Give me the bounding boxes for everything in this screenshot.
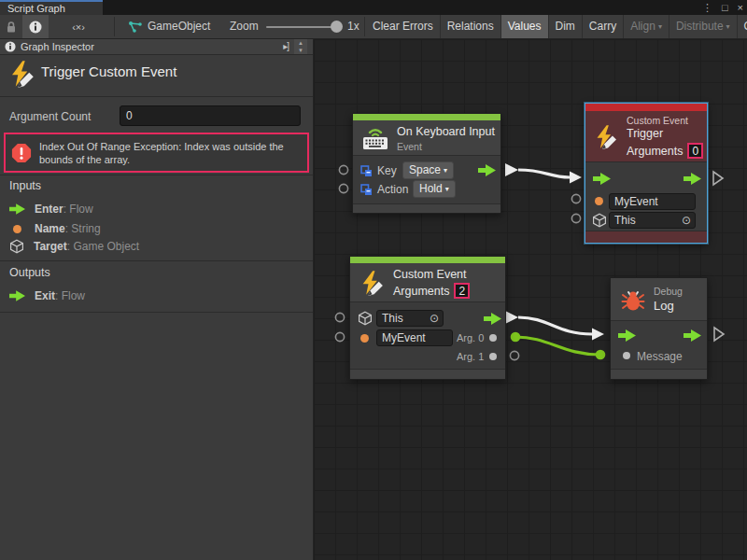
gameobject-port-icon[interactable] — [358, 311, 373, 326]
tab-script-graph[interactable]: Script Graph — [0, 0, 103, 15]
unity-script-graph-window: Script Graph ⋮ □ × ‹×› GameObject Zoom 1… — [0, 0, 747, 560]
zoom-label: Zoom — [230, 20, 259, 33]
custom-event-icon — [7, 60, 35, 88]
node-debug-log[interactable]: Debug Log Message — [610, 277, 708, 380]
align-button[interactable]: Align▾ — [624, 15, 669, 38]
port-circle[interactable] — [335, 332, 344, 341]
relations-button[interactable]: Relations — [441, 15, 501, 38]
distribute-button[interactable]: Distribute▾ — [669, 15, 738, 38]
flow-output-port[interactable] — [684, 329, 701, 342]
zoom-slider-track[interactable] — [266, 26, 339, 28]
port-type: Flow — [69, 203, 92, 216]
node-subtitle: Event — [397, 141, 422, 152]
info-icon — [4, 39, 17, 54]
port-circle[interactable] — [339, 165, 347, 174]
values-button[interactable]: Values — [501, 15, 549, 38]
arguments-count-badge[interactable]: 0 — [687, 143, 703, 159]
zoom-value: 1x — [347, 20, 359, 33]
flow-output-port[interactable] — [484, 313, 501, 325]
node-trigger-custom-event[interactable]: Custom Event Trigger Arguments 0 MyEvent… — [585, 103, 708, 244]
node-title: Custom Event — [393, 268, 467, 281]
arg0-output-port[interactable] — [489, 334, 497, 342]
info-icon — [29, 21, 42, 34]
spinner-down-icon: ▼ — [294, 47, 307, 54]
flow-input-port[interactable] — [618, 329, 636, 342]
node-custom-event[interactable]: Custom Event Arguments 2 This ⊙ MyEvent … — [349, 256, 506, 380]
error-message-text: Index Out Of Range Exception: Index was … — [39, 140, 307, 166]
overview-button[interactable]: Overview — [738, 15, 747, 38]
flow-output-port[interactable] — [684, 173, 701, 185]
lock-button[interactable] — [0, 15, 22, 38]
dock-panel-icon[interactable]: ▸] — [283, 39, 289, 54]
zoom-slider-handle[interactable] — [331, 21, 343, 33]
target-field[interactable]: This ⊙ — [376, 310, 444, 327]
clear-errors-button[interactable]: Clear Errors — [366, 15, 441, 38]
port-circle[interactable] — [571, 214, 580, 222]
node-accent-bar — [353, 114, 500, 120]
unit-title: Trigger Custom Event — [41, 63, 176, 79]
wire-customevent-to-debug[interactable] — [518, 317, 592, 334]
string-port-icon — [13, 225, 21, 233]
port-name: Target — [34, 240, 67, 253]
carry-button[interactable]: Carry — [583, 15, 624, 38]
wire-start-arrow — [505, 163, 518, 176]
spinner-up-icon: ▲ — [294, 39, 307, 47]
action-dropdown[interactable]: Hold▾ — [413, 180, 456, 198]
tab-bar: Script Graph ⋮ □ × — [0, 0, 747, 15]
custom-event-icon — [359, 270, 385, 296]
string-port-icon[interactable] — [595, 197, 603, 205]
key-dropdown[interactable]: Space▾ — [402, 161, 454, 179]
flow-continuation-arrows — [713, 172, 724, 341]
inspector-toggle-button[interactable] — [22, 15, 49, 38]
maximize-icon[interactable]: □ — [722, 0, 728, 15]
node-header[interactable]: On Keyboard Input Event — [353, 120, 500, 156]
gameobject-port-icon[interactable] — [592, 213, 607, 228]
arguments-label: Arguments — [627, 145, 683, 158]
node-header[interactable]: Custom Event Trigger Arguments 0 — [585, 111, 707, 162]
code-view-button[interactable]: ‹×› — [62, 15, 95, 38]
action-value: Hold — [419, 182, 443, 195]
port-name: Enter — [35, 203, 63, 216]
wire-arg0-to-message[interactable] — [515, 337, 600, 355]
gameobject-ref[interactable] — [127, 15, 144, 38]
object-picker-icon[interactable]: ⊙ — [682, 213, 691, 228]
message-input-port[interactable] — [623, 352, 630, 359]
wire-end-arrow — [570, 172, 582, 184]
event-name-field[interactable]: MyEvent — [376, 329, 453, 346]
node-title: Log — [654, 299, 674, 313]
target-field[interactable]: This ⊙ — [609, 212, 696, 229]
input-row-name: Name : String — [9, 221, 101, 236]
port-circle[interactable] — [339, 184, 347, 192]
arguments-count-badge[interactable]: 2 — [454, 283, 470, 299]
port-circle[interactable] — [510, 351, 518, 359]
kebab-menu-icon[interactable]: ⋮ — [702, 0, 712, 15]
port-type: Flow — [62, 289, 85, 302]
port-circle[interactable] — [335, 313, 344, 321]
graph-canvas[interactable]: On Keyboard Input Event Key Space▾ Actio… — [314, 39, 747, 560]
string-port-icon[interactable] — [360, 334, 369, 343]
port-circle[interactable] — [571, 194, 580, 203]
node-footer — [585, 231, 707, 243]
node-title: Trigger — [627, 127, 663, 140]
distribute-label: Distribute — [676, 20, 724, 33]
dim-button[interactable]: Dim — [549, 15, 583, 38]
toolbar-separator — [364, 17, 365, 36]
graph-inspector-title: Graph Inspector — [21, 39, 94, 54]
node-on-keyboard-input[interactable]: On Keyboard Input Event Key Space▾ Actio… — [352, 113, 501, 214]
close-icon[interactable]: × — [738, 0, 743, 15]
object-picker-icon[interactable]: ⊙ — [430, 311, 439, 326]
outputs-heading: Outputs — [9, 266, 50, 279]
gameobject-label[interactable]: GameObject — [148, 20, 210, 33]
flow-port-icon — [9, 290, 25, 301]
panel-spinner[interactable]: ▲ ▼ — [294, 39, 307, 54]
flow-input-port[interactable] — [593, 173, 611, 185]
event-name-field[interactable]: MyEvent — [609, 193, 696, 210]
arg1-output-port[interactable] — [489, 353, 497, 360]
node-header[interactable]: Debug Log — [611, 278, 707, 321]
argument-count-input[interactable] — [120, 105, 301, 126]
keyboard-icon — [361, 126, 389, 150]
wire-keyboard-to-trigger[interactable] — [518, 170, 570, 177]
graph-toolbar: ‹×› GameObject Zoom 1x Clear Errors Rela… — [0, 15, 747, 39]
node-header[interactable]: Custom Event Arguments 2 — [350, 263, 505, 302]
flow-output-port[interactable] — [478, 164, 496, 176]
